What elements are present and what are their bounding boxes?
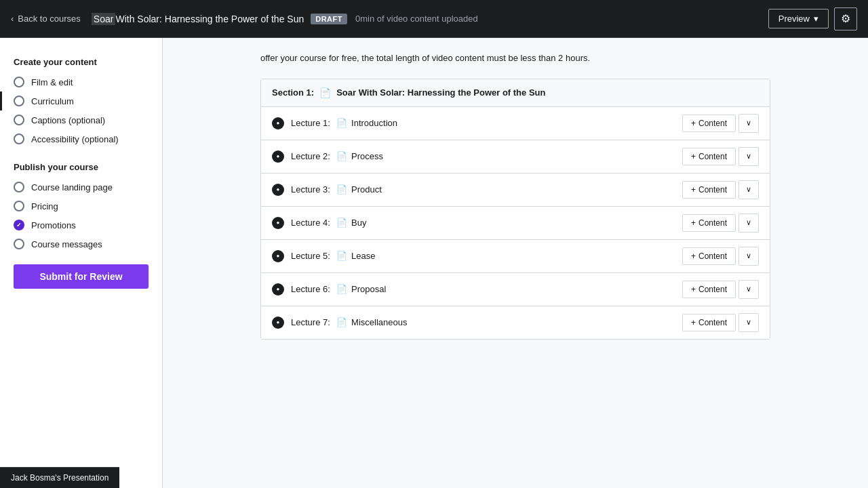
lecture-title-4: Lecture 4: 📄 Buy <box>291 218 675 228</box>
sidebar-item-pricing[interactable]: Pricing <box>0 197 162 216</box>
lecture-actions-2: + Content ∨ <box>682 147 759 166</box>
lecture-actions-5: + Content ∨ <box>682 247 759 266</box>
publish-section-title: Publish your course <box>0 157 162 178</box>
sidebar-item-curriculum[interactable]: Curriculum <box>0 92 162 110</box>
lecture-doc-5: 📄 <box>336 251 347 261</box>
lecture-row: Lecture 5: 📄 Lease + Content ∨ <box>261 240 770 273</box>
expand-btn-5[interactable]: ∨ <box>738 247 759 266</box>
section-title: Soar With Solar: Harnessing the Power of… <box>336 87 545 98</box>
add-content-btn-2[interactable]: + Content <box>682 148 736 165</box>
plus-icon-2: + <box>691 152 696 161</box>
lecture-title-2: Lecture 2: 📄 Process <box>291 151 675 161</box>
lecture-check-3 <box>272 184 284 196</box>
add-content-btn-4[interactable]: + Content <box>682 214 736 232</box>
back-label: Back to courses <box>18 14 81 24</box>
radio-accessibility <box>14 134 24 144</box>
sidebar-label-course-landing: Course landing page <box>31 182 113 192</box>
section-doc-icon: 📄 <box>319 87 331 98</box>
preview-dropdown-icon: ▾ <box>814 14 818 24</box>
sidebar-label-curriculum: Curriculum <box>31 96 74 106</box>
settings-icon: ⚙ <box>841 12 850 25</box>
expand-icon-2: ∨ <box>746 152 751 161</box>
expand-btn-6[interactable]: ∨ <box>738 280 759 299</box>
expand-icon-1: ∨ <box>746 119 751 127</box>
lecture-row: Lecture 4: 📄 Buy + Content ∨ <box>261 207 770 240</box>
lecture-actions-6: + Content ∨ <box>682 280 759 299</box>
navbar: ‹ Back to courses SoarWith Solar: Harnes… <box>0 0 868 38</box>
title-rest: With Solar: Harnessing the Power of the … <box>115 14 304 24</box>
lecture-row: Lecture 2: 📄 Process + Content ∨ <box>261 140 770 174</box>
lecture-doc-4: 📄 <box>336 218 347 228</box>
lecture-doc-3: 📄 <box>336 184 347 195</box>
submit-for-review-button[interactable]: Submit for Review <box>14 264 149 289</box>
radio-film-edit <box>14 77 24 87</box>
lecture-actions-3: + Content ∨ <box>682 180 759 199</box>
add-content-btn-1[interactable]: + Content <box>682 115 736 132</box>
content-label-1: Content <box>698 119 727 128</box>
info-text: offer your course for free, the total le… <box>260 52 770 65</box>
course-title: SoarWith Solar: Harnessing the Power of … <box>92 14 304 24</box>
title-highlight: Soar <box>92 13 116 25</box>
lecture-doc-7: 📄 <box>336 317 347 327</box>
expand-icon-5: ∨ <box>746 251 751 260</box>
expand-btn-2[interactable]: ∨ <box>738 147 759 166</box>
expand-btn-4[interactable]: ∨ <box>738 214 759 232</box>
lecture-title-3: Lecture 3: 📄 Product <box>291 184 675 195</box>
lecture-row: Lecture 6: 📄 Proposal + Content ∨ <box>261 273 770 306</box>
content-label-6: Content <box>698 285 727 294</box>
plus-icon-4: + <box>691 218 696 228</box>
main-content: offer your course for free, the total le… <box>163 38 868 488</box>
content-label-5: Content <box>698 251 727 261</box>
plus-icon-6: + <box>691 285 696 294</box>
sidebar-label-captions: Captions (optional) <box>31 115 105 125</box>
lecture-title-5: Lecture 5: 📄 Lease <box>291 251 675 261</box>
sidebar-item-accessibility[interactable]: Accessibility (optional) <box>0 129 162 148</box>
lecture-check-2 <box>272 150 284 163</box>
plus-icon-3: + <box>691 185 696 195</box>
sidebar-item-course-messages[interactable]: Course messages <box>0 235 162 253</box>
bottom-bar: Jack Bosma's Presentation <box>0 467 119 488</box>
lecture-check-4 <box>272 217 284 229</box>
expand-btn-7[interactable]: ∨ <box>738 313 759 332</box>
lecture-actions-4: + Content ∨ <box>682 214 759 232</box>
expand-icon-4: ∨ <box>746 218 751 227</box>
section-header: Section 1: 📄 Soar With Solar: Harnessing… <box>261 79 770 107</box>
lecture-row: Lecture 3: 📄 Product + Content ∨ <box>261 174 770 207</box>
lecture-doc-1: 📄 <box>336 118 347 128</box>
lecture-row: Lecture 1: 📄 Introduction + Content ∨ <box>261 107 770 140</box>
expand-btn-1[interactable]: ∨ <box>738 114 759 133</box>
content-label-3: Content <box>698 185 727 195</box>
content-label-4: Content <box>698 218 727 228</box>
radio-captions <box>14 115 24 125</box>
lecture-title-7: Lecture 7: 📄 Miscellaneous <box>291 317 675 327</box>
add-content-btn-6[interactable]: + Content <box>682 281 736 298</box>
sidebar-item-captions[interactable]: Captions (optional) <box>0 110 162 129</box>
sidebar-item-course-landing[interactable]: Course landing page <box>0 178 162 197</box>
lecture-title-6: Lecture 6: 📄 Proposal <box>291 284 675 294</box>
expand-icon-7: ∨ <box>746 318 751 327</box>
lecture-title-1: Lecture 1: 📄 Introduction <box>291 118 675 128</box>
navbar-actions: Preview ▾ ⚙ <box>768 7 857 30</box>
lecture-doc-2: 📄 <box>336 151 347 161</box>
add-content-btn-7[interactable]: + Content <box>682 314 736 331</box>
radio-course-landing <box>14 182 24 192</box>
create-section-title: Create your content <box>0 52 162 73</box>
content-label-7: Content <box>698 318 727 327</box>
preview-button[interactable]: Preview ▾ <box>768 9 829 28</box>
back-to-courses[interactable]: ‹ Back to courses <box>11 14 81 24</box>
radio-course-messages <box>14 239 24 249</box>
sidebar-label-accessibility: Accessibility (optional) <box>31 134 119 144</box>
add-content-btn-5[interactable]: + Content <box>682 247 736 265</box>
add-content-btn-3[interactable]: + Content <box>682 181 736 199</box>
expand-btn-3[interactable]: ∨ <box>738 180 759 199</box>
section-label: Section 1: <box>272 87 314 98</box>
plus-icon-1: + <box>691 119 696 128</box>
preview-label: Preview <box>778 14 810 24</box>
upload-status: 0min of video content uploaded <box>355 14 478 24</box>
lecture-actions-1: + Content ∨ <box>682 114 759 133</box>
settings-button[interactable]: ⚙ <box>834 7 857 30</box>
lecture-check-1 <box>272 117 284 129</box>
radio-pricing <box>14 201 24 211</box>
sidebar-item-film-edit[interactable]: Film & edit <box>0 73 162 92</box>
sidebar-item-promotions[interactable]: Promotions <box>0 216 162 235</box>
